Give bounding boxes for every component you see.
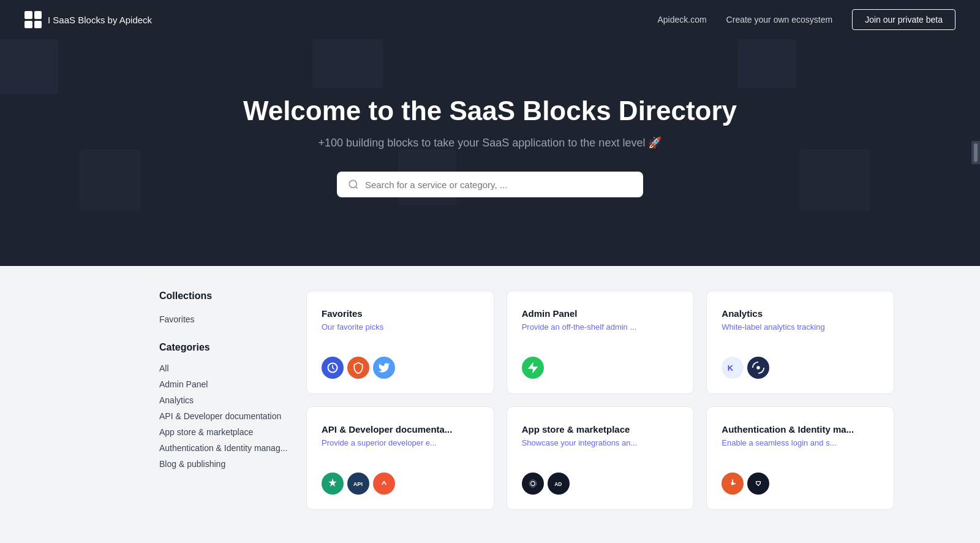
icon-apimatic: API [347,473,369,495]
card-analytics[interactable]: Analytics White-label analytics tracking… [706,290,894,394]
logo[interactable]: I SaaS Blocks by Apideck [24,11,152,28]
icon-ory [747,473,769,495]
categories-title: Categories [159,342,288,353]
icon-tyk [322,473,344,495]
card-auth-icons [722,473,879,495]
sidebar: Collections Favorites Categories All Adm… [159,290,306,510]
icon-segment [747,357,769,379]
svg-point-5 [757,366,761,370]
sidebar-item-auth[interactable]: Authentication & Identity manag... [159,440,288,456]
icon-appdirect: AD [548,473,570,495]
scroll-hint[interactable] [971,141,980,164]
card-analytics-icons: K [722,357,879,379]
hero-section: Welcome to the SaaS Blocks Directory +10… [0,39,980,266]
hero-bg [0,39,980,266]
card-api-title: API & Developer documenta... [322,424,479,435]
svg-line-1 [355,186,357,188]
icon-radar [522,473,544,495]
card-analytics-subtitle: White-label analytics tracking [722,322,879,344]
search-input[interactable] [365,180,632,190]
sidebar-item-all[interactable]: All [159,360,288,376]
icon-keycloak [722,473,744,495]
card-favorites[interactable]: Favorites Our favorite picks [306,290,494,394]
icon-featureos [522,357,544,379]
sidebar-item-analytics[interactable]: Analytics [159,392,288,408]
svg-text:K: K [728,363,734,373]
icon-keen: K [722,357,744,379]
hero-subtitle: +100 building blocks to take your SaaS a… [318,136,662,150]
card-api-icons: API [322,473,479,495]
card-admin-title: Admin Panel [522,308,679,319]
card-auth-subtitle: Enable a seamless login and s... [722,438,879,460]
logo-icon [24,11,42,28]
card-admin-panel[interactable]: Admin Panel Provide an off-the-shelf adm… [507,290,695,394]
svg-text:API: API [353,481,363,487]
card-appstore-title: App store & marketplace [522,424,679,435]
main-content: Collections Favorites Categories All Adm… [61,266,919,534]
scroll-thumb [974,143,978,162]
join-beta-button[interactable]: Join our private beta [852,9,956,30]
svg-marker-3 [527,362,538,373]
sidebar-item-admin-panel[interactable]: Admin Panel [159,376,288,392]
logo-text: I SaaS Blocks by Apideck [48,15,152,25]
search-bar [337,172,643,197]
icon-clockify [322,357,344,379]
collections-title: Collections [159,290,288,302]
card-favorites-subtitle: Our favorite picks [322,322,479,344]
svg-point-16 [753,479,764,489]
card-admin-subtitle: Provide an off-the-shelf admin ... [522,322,679,344]
icon-shield [347,357,369,379]
svg-text:AD: AD [554,481,562,487]
sidebar-item-favorites[interactable]: Favorites [159,311,288,327]
icon-bird [373,357,395,379]
card-appstore-icons: AD [522,473,679,495]
cards-grid: Favorites Our favorite picks [306,290,894,510]
header: I SaaS Blocks by Apideck Apideck.com Cre… [0,0,980,39]
card-appstore-subtitle: Showcase your integrations an... [522,438,679,460]
header-nav: Apideck.com Create your own ecosystem Jo… [657,9,956,30]
svg-point-15 [731,482,734,485]
sidebar-item-blog[interactable]: Blog & publishing [159,456,288,472]
card-api-subtitle: Provide a superior developer e... [322,438,479,460]
svg-point-0 [349,180,356,188]
card-auth-title: Authentication & Identity ma... [722,424,879,435]
search-icon [348,179,359,190]
card-admin-icons [522,357,679,379]
card-analytics-title: Analytics [722,308,879,319]
card-favorites-icons [322,357,479,379]
sidebar-item-appstore[interactable]: App store & marketplace [159,424,288,440]
card-api-docs[interactable]: API & Developer documenta... Provide a s… [306,406,494,510]
nav-apideck[interactable]: Apideck.com [657,15,706,25]
icon-postman [373,473,395,495]
cards-grid-area: Favorites Our favorite picks [306,290,894,510]
card-auth[interactable]: Authentication & Identity ma... Enable a… [706,406,894,510]
card-favorites-title: Favorites [322,308,479,319]
sidebar-item-api-docs[interactable]: API & Developer documentation [159,408,288,424]
svg-point-7 [379,479,390,489]
nav-ecosystem[interactable]: Create your own ecosystem [726,15,833,25]
card-appstore[interactable]: App store & marketplace Showcase your in… [507,406,695,510]
hero-title: Welcome to the SaaS Blocks Directory [243,96,737,126]
